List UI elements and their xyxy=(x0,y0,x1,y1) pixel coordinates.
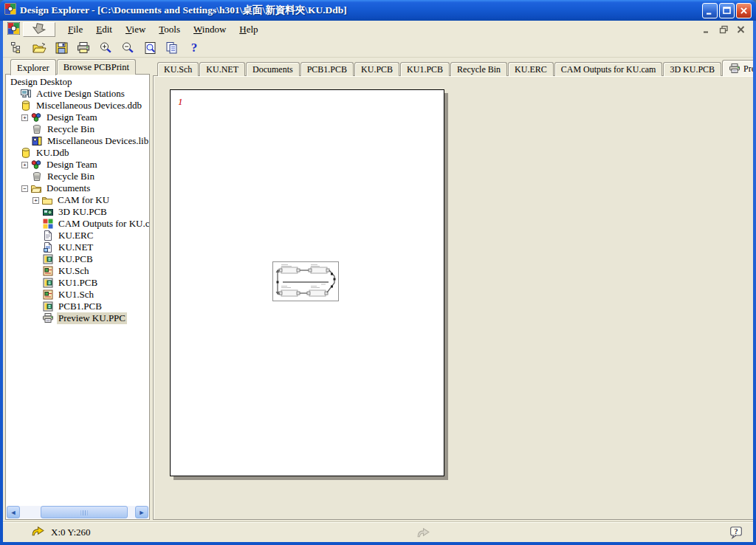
pcb-doc-icon xyxy=(42,253,54,265)
tree-item-design-desktop[interactable]: Design Desktop xyxy=(6,76,149,88)
tab-label: KU1.PCB xyxy=(407,64,443,75)
tree-item-ku-net[interactable]: KU.NET xyxy=(6,241,149,253)
menu-view[interactable]: View xyxy=(119,22,152,37)
title-bar: Design Explorer - [C:\Documents and Sett… xyxy=(0,0,756,21)
help-icon: ? xyxy=(191,41,198,54)
document-tab-recycle-bin[interactable]: Recycle Bin xyxy=(450,62,507,76)
tree-item-ku1-pcb[interactable]: KU1.PCB xyxy=(6,277,149,289)
help-button[interactable]: ? xyxy=(185,39,204,56)
document-tab-pcb1-pcb[interactable]: PCB1.PCB xyxy=(300,62,354,76)
expand-toggle-icon[interactable]: + xyxy=(21,162,28,168)
menu-tools[interactable]: Tools xyxy=(152,22,187,37)
protel-logo-icon xyxy=(4,3,16,18)
application-window: Design Explorer - [C:\Documents and Sett… xyxy=(0,0,756,545)
svg-text:?: ? xyxy=(734,527,738,535)
tab-label: Recycle Bin xyxy=(457,64,501,75)
design-manager-icon xyxy=(10,41,24,55)
expand-toggle-icon[interactable]: + xyxy=(21,114,28,121)
design-stations-icon xyxy=(20,88,32,100)
document-tab-cam-outputs-for-ku-cam[interactable]: CAM Outputs for KU.cam xyxy=(554,62,663,76)
tree-item-preview-ku-ppc[interactable]: Preview KU.PPC xyxy=(6,312,149,324)
tree-item-label: Documents xyxy=(45,182,92,194)
tree-item-cam-for-ku[interactable]: +CAM for KU xyxy=(6,194,149,206)
mdi-restore-button[interactable] xyxy=(718,24,730,35)
tree-item-active-design-stations[interactable]: Active Design Stations xyxy=(6,88,149,100)
recycle-bin-icon xyxy=(31,123,43,135)
tree-item-recycle-bin[interactable]: Recycle Bin xyxy=(6,171,149,182)
document-tab-bar: KU.SchKU.NETDocumentsPCB1.PCBKU.PCBKU1.P… xyxy=(153,59,753,76)
expand-toggle-icon[interactable]: − xyxy=(21,185,28,192)
save-button[interactable] xyxy=(52,39,71,56)
tree-item-label: Active Design Stations xyxy=(35,88,126,100)
menu-help[interactable]: Help xyxy=(233,22,264,37)
recycle-bin-icon xyxy=(31,171,43,182)
document-tab-preview-ku-ppc[interactable]: Preview KU.PPC xyxy=(722,60,753,76)
tree-item-ku-sch[interactable]: KU.Sch xyxy=(6,265,149,277)
scrollbar-thumb[interactable] xyxy=(41,506,128,518)
tree-item-label: CAM Outputs for KU.cam xyxy=(57,218,150,230)
document-tab-ku-sch[interactable]: KU.Sch xyxy=(157,62,199,76)
board-3d-icon xyxy=(42,206,54,218)
context-help-icon[interactable]: ? xyxy=(729,526,743,542)
tab-label: PCB1.PCB xyxy=(307,64,347,75)
tree-item-documents[interactable]: −Documents xyxy=(6,182,149,194)
document-tab-ku-net[interactable]: KU.NET xyxy=(199,62,245,76)
tree-item-ku-erc[interactable]: KU.ERC xyxy=(6,230,149,241)
library-icon xyxy=(31,135,43,147)
preview-area: 1 xyxy=(153,75,753,520)
document-tab-documents[interactable]: Documents xyxy=(246,62,300,76)
printer-small-icon xyxy=(76,41,91,55)
design-manager-toggle-button[interactable] xyxy=(7,39,27,56)
tree-item-miscellaneous-devices-lib[interactable]: Miscellaneous Devices.lib xyxy=(6,135,149,147)
copy-button[interactable] xyxy=(162,39,182,56)
menu-items: FileEditViewToolsWindowHelp xyxy=(61,22,265,37)
mdi-window-buttons xyxy=(701,24,750,35)
tree-item-pcb1-pcb[interactable]: PCB1.PCB xyxy=(6,301,149,312)
tree-item-recycle-bin[interactable]: Recycle Bin xyxy=(6,123,149,135)
open-document-button[interactable] xyxy=(30,39,49,56)
tree-horizontal-scrollbar[interactable]: ◄ ► xyxy=(7,506,148,518)
scroll-left-button[interactable]: ◄ xyxy=(7,506,20,518)
zoom-out-button[interactable] xyxy=(118,39,137,56)
protel-app-icon[interactable] xyxy=(7,22,20,38)
zoom-in-button[interactable] xyxy=(96,39,115,56)
print-button[interactable] xyxy=(74,39,93,56)
menu-file[interactable]: File xyxy=(61,22,89,37)
page-number: 1 xyxy=(178,96,183,108)
tree-item-label: KU.ERC xyxy=(57,230,94,241)
minimize-button[interactable] xyxy=(702,3,718,18)
folder-open-icon xyxy=(30,182,42,194)
pcb-doc-icon xyxy=(42,301,54,312)
expand-toggle-icon[interactable]: + xyxy=(32,197,39,204)
page-preview-button[interactable] xyxy=(140,39,159,56)
tree-item-miscellaneous-devices-ddb[interactable]: Miscellaneous Devices.ddb xyxy=(6,100,149,112)
tree-item-design-team[interactable]: +Design Team xyxy=(6,112,149,123)
scroll-right-button[interactable]: ► xyxy=(135,506,148,518)
document-tab-ku-pcb[interactable]: KU.PCB xyxy=(354,62,399,76)
mdi-close-button[interactable] xyxy=(735,24,747,35)
menu-edit[interactable]: Edit xyxy=(89,22,119,37)
document-tab-ku1-pcb[interactable]: KU1.PCB xyxy=(400,62,450,76)
tree-item-ku-ddb[interactable]: KU.Ddb xyxy=(6,147,149,159)
document-panel: KU.SchKU.NETDocumentsPCB1.PCBKU.PCBKU1.P… xyxy=(153,59,753,520)
design-explorer-menu-button[interactable] xyxy=(23,22,55,37)
tab-label: KU.ERC xyxy=(515,64,547,75)
mdi-minimize-button[interactable] xyxy=(701,24,713,35)
tree-item-cam-outputs-for-ku-cam[interactable]: CAM Outputs for KU.cam xyxy=(6,218,149,230)
maximize-button[interactable] xyxy=(719,3,735,18)
panel-tab-explorer[interactable]: Explorer xyxy=(10,59,56,75)
printer-icon xyxy=(42,312,54,324)
tree-item-ku1-sch[interactable]: KU1.Sch xyxy=(6,289,149,301)
panel-tab-browse-pcbprint[interactable]: Browse PCBPrint xyxy=(57,59,136,75)
document-tab-3d-ku-pcb[interactable]: 3D KU.PCB xyxy=(663,62,721,76)
application-client-area: FileEditViewToolsWindowHelp ? ExplorerBr… xyxy=(3,21,753,542)
folder-icon xyxy=(41,194,53,206)
down-arrow-icon xyxy=(32,23,47,37)
tree-item-ku-pcb[interactable]: KU.PCB xyxy=(6,253,149,265)
tree-item-design-team[interactable]: +Design Team xyxy=(6,159,149,171)
tree-item-3d-ku-pcb[interactable]: 3D KU.PCB xyxy=(6,206,149,218)
menu-window[interactable]: Window xyxy=(187,22,233,37)
close-button[interactable] xyxy=(736,3,752,18)
sch-doc-icon xyxy=(42,265,54,277)
document-tab-ku-erc[interactable]: KU.ERC xyxy=(508,62,554,76)
